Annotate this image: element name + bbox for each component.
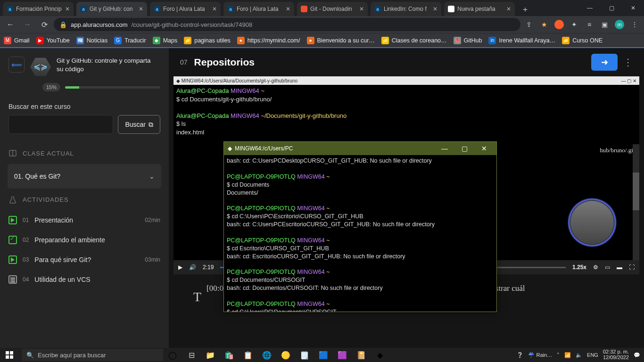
tab-close-icon[interactable]: ✕ [65, 6, 70, 12]
taskbar-app-gantt[interactable]: ⊟ [182, 348, 201, 362]
bookmark-item[interactable]: GTraducir [114, 37, 146, 44]
task-view-button[interactable]: ◯ [163, 348, 182, 362]
side-panel-button[interactable]: ▣ [598, 18, 611, 31]
extension-pin[interactable] [553, 18, 566, 31]
tray-clock[interactable]: 02:32 p. m. 12/09/2022 [603, 349, 629, 360]
taskbar-app-mingw[interactable]: ◆ [371, 348, 389, 362]
tray-chevron-up-icon[interactable]: ˄ [557, 352, 560, 358]
browser-tab[interactable]: Nueva pestaña✕ [444, 2, 515, 16]
svg-rect-6 [6, 355, 9, 359]
window-close-button[interactable]: ✕ [622, 0, 644, 16]
mingw-close-button[interactable]: ✕ [476, 145, 493, 152]
fullscreen-button[interactable]: ⛶ [629, 264, 635, 271]
volume-button[interactable]: 🔊 [189, 264, 196, 271]
next-lesson-button[interactable]: ➜ [591, 54, 618, 71]
taskbar-app-edge[interactable]: 🌐 [257, 348, 276, 362]
current-class-item[interactable]: 01. Qué es Git? ⌄ [8, 164, 161, 189]
url-field[interactable]: 🔒 app.aluracursos.com/course/git-github-… [54, 18, 520, 31]
share-button[interactable]: ⇪ [522, 18, 536, 31]
browser-tab[interactable]: aForo | Alura Lata✕ [150, 2, 221, 16]
pip-button[interactable]: ▭ [605, 264, 610, 271]
taskbar-app-store[interactable]: 🛍️ [220, 348, 239, 362]
taskbar-app-vscode[interactable]: 🟦 [314, 348, 333, 362]
mingw-terminal-body[interactable]: bash: cd: C:UsersPCDesktopCURSO_GIT_GIT_… [224, 155, 496, 312]
chrome-menu-button[interactable]: ⋮ [628, 18, 641, 31]
tab-close-icon[interactable]: ✕ [359, 6, 364, 12]
taskbar-app-board[interactable]: 📋 [239, 348, 257, 362]
browser-tab[interactable]: Git - Downloadin✕ [297, 2, 368, 16]
reader-button[interactable]: ≡ [583, 18, 596, 31]
play-button[interactable]: ▶ [178, 264, 182, 271]
new-tab-button[interactable]: ＋ [519, 3, 532, 16]
tab-close-icon[interactable]: ✕ [286, 6, 290, 12]
course-title: Git y GitHub: controle y comparta su cód… [57, 57, 151, 74]
bookmark-item[interactable]: 📁Clases de coreano… [381, 37, 447, 44]
tray-notifications-icon[interactable]: 💬 [634, 352, 640, 358]
bookmark-item[interactable]: ◆Maps [153, 37, 178, 44]
window-maximize-button[interactable]: ▢ [601, 0, 622, 16]
start-button[interactable] [0, 348, 19, 362]
taskbar-app-explorer[interactable]: 📁 [201, 348, 220, 362]
taskbar-app-notes[interactable]: 📔 [352, 348, 371, 362]
bookmarks-bar: MGmail▶YouTube📰NoticiasGTraducir◆Maps📁pa… [0, 33, 644, 47]
windows-taskbar: 🔍 Escribe aquí para buscar ◯ ⊟ 📁 🛍️ 📋 🌐 … [0, 348, 644, 362]
course-search-button[interactable]: Buscar ⧉ [118, 115, 160, 134]
bookmark-item[interactable]: 📁Curso ONE [562, 37, 603, 44]
browser-tab[interactable]: aGit y GitHub: con✕ [76, 2, 147, 16]
tab-close-icon[interactable]: ✕ [506, 6, 511, 12]
activity-item[interactable]: 04Utilidad de un VCS [0, 270, 169, 289]
mingw-minimize-button[interactable]: — [436, 145, 453, 152]
lesson-menu-button[interactable]: ⋮ [623, 57, 633, 68]
bookmark-item[interactable]: ●https://mymind.com/ [237, 37, 300, 44]
course-hex-icon: ≼≽ [30, 57, 51, 77]
bookmark-star-icon[interactable]: ★ [537, 18, 551, 31]
bookmark-item[interactable]: ●Bienvenido a su cur… [307, 37, 375, 44]
tray-weather[interactable]: ☔ Rain… [528, 352, 552, 358]
activity-item[interactable]: 02Preparando el ambiente [0, 230, 169, 250]
playback-speed[interactable]: 1.25x [572, 264, 586, 271]
tab-close-icon[interactable]: ✕ [433, 6, 438, 12]
bookmark-item[interactable]: 📁paginas utiles [184, 37, 230, 44]
extensions-button[interactable]: ✦ [568, 18, 581, 31]
sidebar-back-button[interactable]: ⟸ [8, 57, 25, 73]
bookmark-item[interactable]: inIrene Wallfall Araya… [488, 37, 555, 44]
profile-avatar[interactable]: m [613, 18, 626, 31]
bookmark-item[interactable]: ▶YouTube [36, 37, 70, 44]
mingw-window[interactable]: ◆ MINGW64:/c/Users/PC — ▢ ✕ bash: cd: C:… [223, 141, 497, 312]
browser-tab[interactable]: aFormación Princip✕ [3, 2, 74, 16]
taskbar-app-vs[interactable]: 🟪 [333, 348, 352, 362]
browser-tab[interactable]: aLinkedIn: Como f✕ [371, 2, 441, 16]
tray-language[interactable]: ENG [587, 352, 598, 358]
activity-status-icon [8, 255, 17, 264]
course-search-input[interactable] [8, 115, 113, 134]
back-button[interactable]: ← [3, 17, 18, 32]
bookmark-item[interactable]: 📰Noticias [76, 37, 107, 44]
tray-wifi-icon[interactable]: 📶 [564, 352, 571, 358]
window-minimize-button[interactable]: — [579, 0, 601, 16]
taskbar-app-notepad[interactable]: 🗒️ [295, 348, 314, 362]
taskbar-search-placeholder: Escribe aquí para buscar [38, 352, 106, 359]
bookmark-item[interactable]: 🐙GitHub [454, 37, 482, 44]
section-current-class: CLASE ACTUAL [0, 142, 169, 164]
svg-marker-3 [11, 257, 15, 262]
flask-icon [8, 195, 17, 204]
settings-gear-icon[interactable]: ⚙ [593, 264, 598, 271]
svg-rect-4 [6, 351, 9, 354]
mingw-titlebar[interactable]: ◆ MINGW64:/c/Users/PC — ▢ ✕ [224, 142, 496, 155]
activity-item[interactable]: 03Para qué sirve Git?03min [0, 250, 169, 270]
theater-button[interactable]: ▬ [617, 264, 622, 271]
reload-button[interactable]: ⟳ [37, 17, 52, 32]
taskbar-app-chrome[interactable]: 🟡 [276, 348, 295, 362]
video-terminal-titlebar: ◆ MINGW64:/c/Users/Alura/Documents/git-y… [173, 76, 639, 85]
tab-close-icon[interactable]: ✕ [212, 6, 217, 12]
tray-help-icon[interactable]: ❔ [517, 352, 523, 358]
mingw-maximize-button[interactable]: ▢ [456, 145, 473, 152]
browser-tab[interactable]: aForo | Alura Lata✕ [223, 2, 294, 16]
forward-button[interactable]: → [20, 17, 35, 32]
video-scrollbar[interactable] [633, 144, 639, 260]
bookmark-item[interactable]: MGmail [4, 37, 30, 44]
tab-close-icon[interactable]: ✕ [139, 6, 143, 12]
tray-volume-icon[interactable]: 🔈 [576, 352, 582, 358]
activity-item[interactable]: 01Presentación02min [0, 210, 169, 230]
taskbar-search[interactable]: 🔍 Escribe aquí para buscar [22, 349, 163, 361]
